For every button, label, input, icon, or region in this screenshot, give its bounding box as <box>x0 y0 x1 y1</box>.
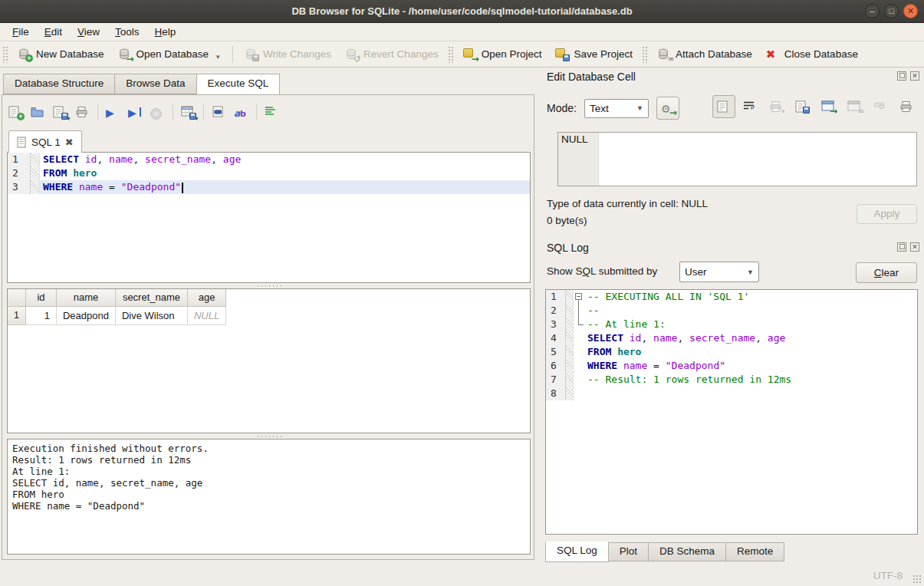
menu-help[interactable]: Help <box>147 24 184 40</box>
bottom-tab-bar: SQL LogPlotDB SchemaRemote <box>545 542 784 562</box>
column-header-age[interactable]: age <box>187 289 225 306</box>
encoding-indicator[interactable]: UTF-8 <box>873 570 903 581</box>
new-sql-tab-icon[interactable]: + <box>8 106 23 119</box>
mode-label: Mode: <box>547 102 577 114</box>
format-sql-icon[interactable] <box>265 106 279 119</box>
execute-all-icon[interactable]: ▶ <box>106 106 120 119</box>
cell-name[interactable]: Deadpond <box>56 306 115 324</box>
code-line: 2-- <box>546 304 917 318</box>
import-data-button[interactable] <box>791 95 814 118</box>
toolbar-button-label: Close Database <box>784 48 858 60</box>
cell-secret_name[interactable]: Dive Wilson <box>115 306 187 324</box>
table-row[interactable]: 11DeadpondDive WilsonNULL <box>8 306 226 324</box>
dropdown-arrow-icon[interactable]: ▼ <box>215 54 221 61</box>
menu-bar: FileEditViewToolsHelp <box>0 23 924 41</box>
toolbar-handle[interactable] <box>2 46 8 63</box>
fold-margin <box>574 387 584 400</box>
fold-margin[interactable]: − <box>574 290 584 304</box>
write-changes-button[interactable]: Write Changes <box>238 44 338 64</box>
close-log-dock-icon[interactable]: ✕ <box>910 242 919 252</box>
line-number: 7 <box>546 373 566 387</box>
print-sql-icon[interactable] <box>75 106 90 119</box>
code-line: 5FROM hero <box>546 345 917 359</box>
menu-view[interactable]: View <box>70 24 107 40</box>
cell-age[interactable]: NULL <box>187 306 225 324</box>
editor-results-splitter[interactable] <box>7 283 531 288</box>
bottom-tab-sql-log[interactable]: SQL Log <box>545 542 609 562</box>
text-mode-icon <box>717 100 731 113</box>
column-header-name[interactable]: name <box>56 289 115 306</box>
open-sql-file-icon[interactable] <box>31 106 45 119</box>
close-dock-icon[interactable]: ✕ <box>910 71 919 81</box>
column-header-id[interactable]: id <box>25 289 56 306</box>
float-dock-icon[interactable] <box>897 71 906 81</box>
word-wrap-icon <box>743 100 757 113</box>
print-cell-button[interactable] <box>895 95 918 118</box>
set-null-button[interactable] <box>869 95 892 118</box>
new-database-button[interactable]: +New Database <box>11 44 111 64</box>
toolbar-handle[interactable] <box>642 46 648 63</box>
cell-editor[interactable]: NULL <box>557 132 917 186</box>
execute-line-icon[interactable]: ▶ <box>128 106 143 119</box>
close-button[interactable]: ✕ <box>903 4 918 18</box>
apply-button[interactable]: Apply <box>857 204 917 224</box>
menu-file[interactable]: File <box>5 24 37 40</box>
line-number: 1 <box>8 153 31 166</box>
sql-editor-tab[interactable]: SQL 1 ✖ <box>8 130 82 153</box>
resize-grip[interactable] <box>912 574 922 584</box>
code-line: 6WHERE name = "Deadpond" <box>546 359 917 373</box>
find-icon[interactable] <box>212 106 226 119</box>
results-grid[interactable]: idnamesecret_nameage11DeadpondDive Wilso… <box>8 289 226 325</box>
auto-switch-mode-button[interactable]: ⚙→ <box>656 97 679 120</box>
menu-tools[interactable]: Tools <box>107 24 147 40</box>
export-data-button[interactable]: → <box>817 95 840 118</box>
bottom-tab-remote[interactable]: Remote <box>726 542 784 561</box>
code-line: 2FROM hero <box>8 166 530 180</box>
results-table[interactable]: idnamesecret_nameage11DeadpondDive Wilso… <box>7 288 531 433</box>
bottom-tab-db-schema[interactable]: DB Schema <box>649 542 726 561</box>
close-sql-tab-icon[interactable]: ✖ <box>65 137 74 148</box>
text-mode-button[interactable] <box>712 95 735 118</box>
line-number: 8 <box>546 387 566 400</box>
close-database-button[interactable]: ✖Close Database <box>759 44 865 64</box>
maximize-button[interactable]: □ <box>884 4 899 18</box>
stop-execution-icon[interactable]: ✕ <box>150 106 165 119</box>
tab-database-structure[interactable]: Database Structure <box>3 74 114 94</box>
open-url-button[interactable]: ∞ <box>843 95 866 118</box>
save-sql-file-icon[interactable]: ▼ <box>53 106 67 119</box>
status-bar: UTF-8 <box>0 564 924 586</box>
attach-database-button[interactable]: ∞Attach Database <box>650 44 759 64</box>
sql-log-view[interactable]: 1−-- EXECUTING ALL IN 'SQL 1'2--3-- At l… <box>545 289 918 535</box>
minimize-button[interactable]: – <box>865 4 880 18</box>
log-filter-combobox[interactable]: User▼ <box>679 262 759 282</box>
save-cell-button[interactable]: ▼ <box>765 95 788 118</box>
main-toolbar: +New Database→Open Database▼Write Change… <box>0 41 924 67</box>
sql-editor[interactable]: 1SELECT id, name, secret_name, age2FROM … <box>7 152 531 283</box>
tab-execute-sql[interactable]: Execute SQL <box>196 74 281 95</box>
fold-margin <box>574 318 584 331</box>
save-project-button[interactable]: Save Project <box>548 44 640 64</box>
import-data-icon <box>795 100 809 113</box>
main-tab-bar: Database StructureBrowse DataExecute SQL <box>3 74 280 95</box>
toolbar-handle[interactable] <box>448 46 454 63</box>
open-project-button[interactable]: →Open Project <box>456 44 549 64</box>
results-output-splitter[interactable] <box>7 433 531 439</box>
replace-icon[interactable]: ab <box>234 106 248 119</box>
column-header-secret_name[interactable]: secret_name <box>115 289 187 306</box>
clear-log-button[interactable]: Clear <box>856 262 917 283</box>
code-line: 1−-- EXECUTING ALL IN 'SQL 1' <box>546 290 917 304</box>
open-database-button[interactable]: →Open Database▼ <box>111 44 229 64</box>
toolbar-button-label: Revert Changes <box>363 48 439 60</box>
revert-changes-button[interactable]: ↺Revert Changes <box>338 44 446 64</box>
tab-browse-data[interactable]: Browse Data <box>114 74 196 94</box>
edit-cell-title: Edit Database Cell <box>547 71 636 83</box>
menu-edit[interactable]: Edit <box>37 24 70 40</box>
float-log-dock-icon[interactable] <box>897 242 906 252</box>
export-csv-icon[interactable]: ▼ <box>181 106 196 119</box>
bottom-tab-plot[interactable]: Plot <box>609 542 649 561</box>
cell-id[interactable]: 1 <box>25 306 56 324</box>
toolbar-button-label: Open Database <box>136 48 209 60</box>
mode-combobox[interactable]: Text▼ <box>584 99 649 118</box>
line-number: 5 <box>546 345 566 359</box>
word-wrap-button[interactable] <box>738 95 761 118</box>
